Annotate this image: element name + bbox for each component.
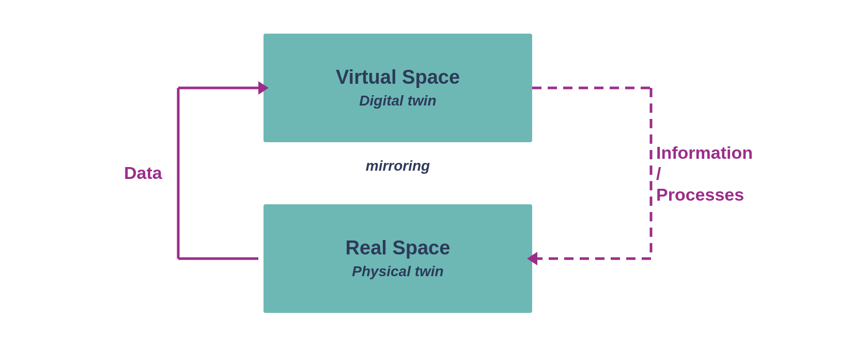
real-space-subtitle: Physical twin <box>352 263 443 280</box>
real-space-box: Real Space Physical twin <box>264 204 532 313</box>
mirroring-label: mirroring <box>264 158 532 174</box>
diagram-container: Virtual Space Digital twin Real Space Ph… <box>124 18 744 328</box>
virtual-space-box: Virtual Space Digital twin <box>264 34 532 142</box>
info-label: Information/ Processes <box>656 142 744 205</box>
real-space-title: Real Space <box>346 237 451 259</box>
virtual-space-title: Virtual Space <box>336 66 460 88</box>
data-label: Data <box>124 163 162 183</box>
virtual-space-subtitle: Digital twin <box>359 93 436 109</box>
